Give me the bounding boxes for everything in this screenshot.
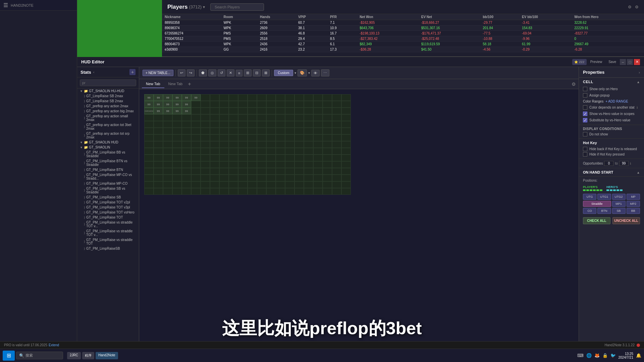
grid-cell[interactable] (238, 181, 248, 188)
grid-cell[interactable] (285, 155, 294, 161)
tree-item[interactable]: ⟩GT_PM_LimpRaise MP-CO vs Stradd... (77, 172, 139, 181)
grid-cell[interactable] (248, 114, 257, 121)
grid-cell[interactable] (182, 188, 191, 195)
grid-cell[interactable] (229, 94, 238, 101)
grid-cell[interactable] (219, 148, 229, 155)
grid-cell[interactable] (219, 168, 229, 175)
tool-5[interactable]: ≡ (236, 70, 243, 76)
grid-cell[interactable] (313, 134, 323, 141)
grid-cell[interactable] (332, 181, 341, 188)
grid-cell[interactable] (238, 114, 248, 121)
dropdown-arrow-icon[interactable]: ▾ (203, 5, 205, 9)
grid-cell[interactable] (248, 134, 257, 141)
grid-cell[interactable] (229, 161, 238, 168)
grid-cell[interactable] (285, 121, 294, 128)
grid-cell[interactable] (294, 181, 304, 188)
grid-cell[interactable] (210, 94, 219, 101)
taskbar-app-2[interactable]: 程序 (82, 352, 94, 359)
grid-cell[interactable] (219, 188, 229, 195)
table-row[interactable]: 88064673WPK243642.76.1$82,349$119,619.59… (162, 42, 644, 47)
grid-cell[interactable] (219, 155, 229, 161)
grid-cell[interactable] (201, 101, 210, 108)
grid-cell[interactable] (172, 168, 182, 175)
grid-cell[interactable] (248, 161, 257, 168)
grid-cell[interactable] (332, 101, 341, 108)
tree-item[interactable]: ▼📁GT_SHAOLIN HUD (77, 140, 139, 145)
grid-cell[interactable] (285, 108, 294, 114)
grid-cell[interactable] (248, 108, 257, 114)
grid-cell[interactable] (172, 141, 182, 148)
grid-cell[interactable] (210, 121, 219, 128)
grid-cell[interactable] (219, 94, 229, 101)
grid-cell[interactable] (191, 175, 201, 181)
grid-cell[interactable] (257, 121, 266, 128)
filter-icon[interactable]: ⚙ (628, 5, 632, 9)
palette-dropdown-icon[interactable]: ▾ (308, 71, 310, 75)
grid-cell[interactable] (304, 141, 313, 148)
grid-cell[interactable] (229, 141, 238, 148)
grid-cell[interactable] (276, 94, 285, 101)
grid-cell[interactable] (238, 134, 248, 141)
grid-cell[interactable] (323, 161, 332, 168)
grid-cell[interactable]: 99 (172, 108, 182, 114)
grid-cell[interactable] (266, 148, 276, 155)
grid-cell[interactable] (191, 181, 201, 188)
pos-btn[interactable]: BTN (597, 208, 611, 214)
grid-cell[interactable] (191, 101, 201, 108)
grid-cell[interactable] (313, 148, 323, 155)
grid-cell[interactable] (219, 181, 229, 188)
grid-cell[interactable] (285, 181, 294, 188)
grid-cell[interactable] (144, 128, 154, 134)
grid-cell[interactable] (154, 155, 163, 161)
grid-cell[interactable] (144, 141, 154, 148)
grid-cell[interactable] (144, 114, 154, 121)
grid-cell[interactable] (210, 188, 219, 195)
grid-cell[interactable]: 99 (163, 108, 172, 114)
grid-cell[interactable] (229, 101, 238, 108)
grid-cell[interactable] (341, 94, 351, 101)
grid-cell[interactable] (257, 188, 266, 195)
grid-cell[interactable] (341, 121, 351, 128)
grid-cell[interactable] (294, 128, 304, 134)
on-hand-header[interactable]: ON HAND START ▲ (579, 168, 644, 177)
grid-cell[interactable] (341, 188, 351, 195)
grid-cell[interactable] (323, 94, 332, 101)
grid-cell[interactable] (323, 114, 332, 121)
grid-cell[interactable] (201, 168, 210, 175)
grid-cell[interactable] (163, 128, 172, 134)
grid-cell[interactable] (257, 175, 266, 181)
grid-cell[interactable] (285, 175, 294, 181)
grid-cell[interactable] (172, 161, 182, 168)
grid-cell[interactable] (154, 168, 163, 175)
add-range-button[interactable]: + ADD RANGE (605, 100, 628, 103)
grid-cell[interactable] (341, 175, 351, 181)
assign-popup-checkbox[interactable] (583, 93, 587, 98)
grid-cell[interactable] (219, 121, 229, 128)
grid-cell[interactable] (182, 128, 191, 134)
grid-cell[interactable] (323, 128, 332, 134)
opp-to-input[interactable] (619, 161, 629, 166)
pos-utg[interactable]: UTG (583, 194, 596, 200)
grid-cell[interactable] (191, 141, 201, 148)
taskbar-notification-icon[interactable]: 🔔 (636, 353, 641, 358)
grid-cell[interactable] (219, 114, 229, 121)
grid-cell[interactable] (182, 148, 191, 155)
grid-cell[interactable] (285, 188, 294, 195)
tab-2[interactable]: New Tab (164, 80, 187, 88)
grid-cell[interactable] (210, 128, 219, 134)
grid-cell[interactable] (144, 188, 154, 195)
grid-cell[interactable] (313, 108, 323, 114)
table-row[interactable]: e3d0900GG241623.217.3-$36.28$41.50-4.56-… (162, 47, 644, 52)
grid-cell[interactable] (257, 168, 266, 175)
grid-cell[interactable] (144, 168, 154, 175)
grid-cell[interactable] (266, 101, 276, 108)
grid-cell[interactable] (341, 161, 351, 168)
taskbar-app-3[interactable]: Hand2Note (96, 352, 118, 359)
grid-cell[interactable] (276, 101, 285, 108)
grid-cell[interactable] (229, 168, 238, 175)
grid-cell[interactable] (323, 155, 332, 161)
settings-icon[interactable]: ⚙ (635, 5, 639, 9)
grid-cell[interactable] (332, 108, 341, 114)
custom-dropdown-icon[interactable]: ▾ (294, 71, 296, 75)
grid-cell[interactable] (191, 155, 201, 161)
